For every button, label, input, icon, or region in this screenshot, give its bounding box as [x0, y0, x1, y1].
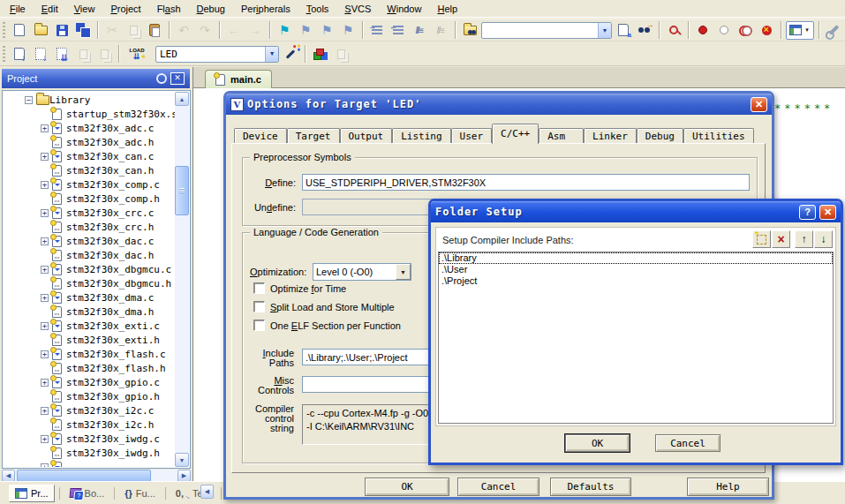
pin-icon[interactable]: [156, 73, 167, 84]
tree-item[interactable]: +stm32f30x_i2c.c: [4, 403, 176, 417]
editor-scroll-left-icon[interactable]: ◀: [200, 485, 214, 499]
tree-item[interactable]: stm32f30x_crc.h: [4, 220, 176, 234]
tree-item[interactable]: stm32f30x_dac.h: [4, 248, 176, 262]
tree-item[interactable]: +stm32f30x_dbgmcu.c: [4, 262, 176, 276]
scroll-down-icon[interactable]: ▼: [175, 453, 189, 467]
close-icon[interactable]: ✕: [170, 72, 185, 85]
rebuild-all-icon[interactable]: ⇊: [52, 44, 72, 64]
menu-tools[interactable]: Tools: [298, 1, 337, 17]
cut-icon[interactable]: ✂: [102, 20, 122, 40]
horizontal-scrollbar[interactable]: ◀ ▶: [2, 470, 191, 482]
tree-item[interactable]: +stm32f30x_flash.c: [4, 347, 176, 361]
tree-item[interactable]: stm32f30x_comp.h: [4, 192, 176, 206]
tree-item[interactable]: stm32f30x_gpio.h: [4, 389, 176, 403]
new-file-icon[interactable]: [10, 20, 29, 40]
undo-icon[interactable]: ↶: [174, 20, 193, 40]
tree-item[interactable]: stm32f30x_adc.h: [4, 135, 176, 149]
move-down-icon[interactable]: ↓: [814, 230, 833, 248]
find-icon[interactable]: [635, 20, 654, 40]
optimization-select[interactable]: Level 0 (-O0) ▼: [313, 263, 411, 281]
toolbar-grip[interactable]: [3, 22, 5, 38]
include-path-item[interactable]: .\Library: [439, 252, 833, 264]
tab-user[interactable]: User: [451, 128, 493, 143]
bookmark-clear-all-icon[interactable]: ⚑: [338, 20, 358, 40]
include-path-item[interactable]: .\Project: [439, 275, 833, 287]
tree-item[interactable]: stm32f30x_dbgmcu.h: [4, 276, 176, 290]
bookmark-toggle-icon[interactable]: ⚑: [275, 20, 294, 40]
scroll-left-icon[interactable]: ◀: [2, 470, 15, 482]
breakpoint-insert-icon[interactable]: [693, 20, 713, 40]
tree-expander[interactable]: +: [41, 294, 49, 302]
project-tree[interactable]: −Librarystartup_stm32f30x.s+stm32f30x_ad…: [4, 93, 176, 467]
breakpoint-disable-all-icon[interactable]: [736, 20, 755, 40]
menu-project[interactable]: Project: [102, 1, 148, 17]
checkbox[interactable]: [253, 320, 265, 331]
tree-item[interactable]: +stm32f30x_crc.c: [4, 206, 176, 220]
manage-components-icon[interactable]: [310, 44, 329, 64]
tree-item[interactable]: stm32f30x_flash.h: [4, 361, 176, 375]
tab-device[interactable]: Device: [234, 128, 287, 143]
menu-view[interactable]: View: [66, 1, 103, 17]
build-icon[interactable]: ↓: [31, 44, 50, 64]
move-up-icon[interactable]: ↑: [795, 230, 813, 248]
chevron-down-icon[interactable]: ▼: [265, 47, 278, 62]
breakpoint-kill-all-icon[interactable]: [757, 20, 776, 40]
tree-item[interactable]: +: [4, 460, 176, 467]
tree-expander[interactable]: +: [41, 181, 49, 189]
vertical-scrollbar[interactable]: ▲ ▼: [175, 92, 189, 467]
tree-expander[interactable]: +: [41, 237, 49, 245]
help-button[interactable]: Help: [687, 478, 769, 496]
target-options-wand-icon[interactable]: [281, 44, 300, 64]
tree-item[interactable]: +stm32f30x_dma.c: [4, 290, 176, 305]
tree-item[interactable]: stm32f30x_iwdg.h: [4, 446, 176, 460]
outdent-icon[interactable]: ←: [389, 20, 408, 40]
defaults-button[interactable]: Defaults: [550, 478, 631, 496]
stop-build-icon[interactable]: [94, 44, 114, 64]
breakpoint-disable-icon[interactable]: [714, 20, 734, 40]
folder-dialog-titlebar[interactable]: Folder Setup ? ✕: [431, 201, 841, 222]
tree-item[interactable]: stm32f30x_exti.h: [4, 333, 176, 347]
debug-session-icon[interactable]: [664, 20, 683, 40]
indent-icon[interactable]: →: [367, 20, 387, 40]
new-path-icon[interactable]: [752, 230, 771, 248]
search-combobox[interactable]: ▼: [481, 22, 612, 39]
chevron-down-icon[interactable]: ▼: [598, 23, 611, 38]
include-path-item[interactable]: .\User: [439, 264, 833, 275]
ok-button[interactable]: OK: [365, 478, 449, 496]
project-panel-header[interactable]: Project ✕: [2, 69, 190, 88]
navigate-back-icon[interactable]: ←: [224, 20, 244, 40]
tab-output[interactable]: Output: [340, 128, 393, 143]
close-icon[interactable]: ✕: [819, 205, 836, 220]
scroll-up-icon[interactable]: ▲: [175, 92, 189, 106]
copy-icon[interactable]: [124, 20, 143, 40]
batch-build-icon[interactable]: [73, 44, 93, 64]
tab-debug[interactable]: Debug: [637, 128, 683, 143]
tab-c-c-[interactable]: C/C++: [492, 124, 539, 144]
uncomment-icon[interactable]: //≡: [431, 20, 450, 40]
tree-item[interactable]: +stm32f30x_gpio.c: [4, 375, 176, 389]
tree-item[interactable]: +stm32f30x_dac.c: [4, 234, 176, 248]
cancel-button[interactable]: Cancel: [655, 434, 721, 452]
tree-item[interactable]: +stm32f30x_exti.c: [4, 319, 176, 333]
tab-linker[interactable]: Linker: [584, 128, 637, 143]
tree-item[interactable]: −Library: [4, 93, 176, 107]
tree-item[interactable]: +stm32f30x_comp.c: [4, 177, 176, 192]
tab-asm[interactable]: Asm: [539, 128, 584, 143]
tree-item[interactable]: stm32f30x_can.h: [4, 163, 176, 177]
tab-listing[interactable]: Listing: [392, 128, 450, 143]
navigate-forward-icon[interactable]: →: [245, 20, 265, 40]
cancel-button[interactable]: Cancel: [457, 478, 539, 496]
bookmark-next-icon[interactable]: ⚑: [317, 20, 336, 40]
menu-peripherals[interactable]: Peripherals: [233, 1, 298, 17]
tree-expander[interactable]: +: [41, 322, 49, 330]
tab-target[interactable]: Target: [287, 128, 340, 143]
tree-expander[interactable]: +: [41, 124, 49, 132]
target-select[interactable]: LED ▼: [155, 46, 279, 63]
open-file-icon[interactable]: [31, 20, 50, 40]
tree-expander[interactable]: +: [41, 435, 49, 443]
window-layout-button[interactable]: ▼: [786, 21, 814, 40]
target-select-value[interactable]: LED: [156, 49, 265, 60]
menu-svcs[interactable]: SVCS: [336, 1, 379, 17]
save-all-icon[interactable]: [73, 20, 93, 40]
scrollbar-thumb[interactable]: [175, 166, 189, 215]
